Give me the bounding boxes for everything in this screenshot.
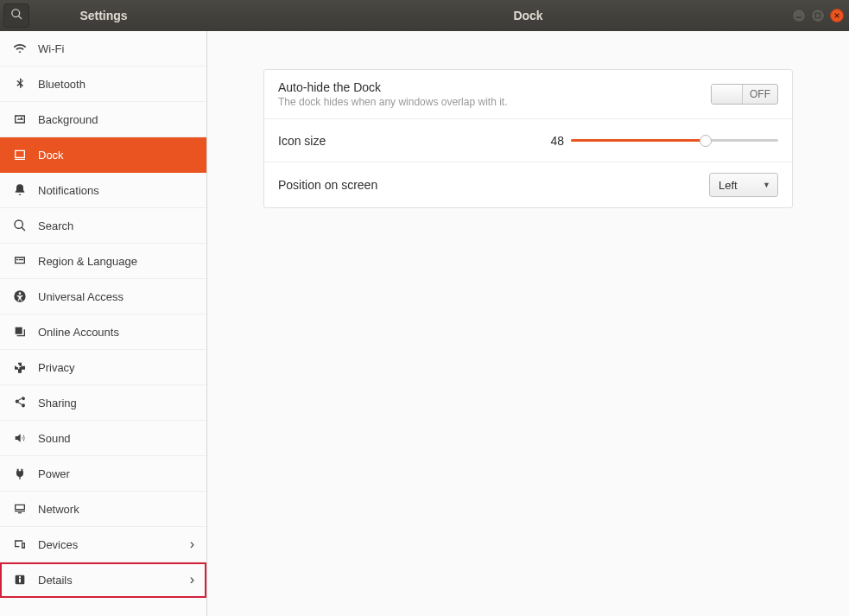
sidebar-item-label: Online Accounts — [38, 326, 119, 339]
sidebar-item-network[interactable]: Network — [0, 492, 206, 527]
sidebar-item-label: Sharing — [38, 397, 77, 410]
sidebar-item-wifi[interactable]: Wi-Fi — [0, 31, 206, 67]
sidebar-item-notifications[interactable]: Notifications — [0, 173, 206, 208]
dock-icon — [12, 147, 28, 162]
chevron-right-icon: › — [190, 537, 194, 552]
svg-rect-1 — [815, 13, 820, 18]
position-row: Position on screen Left ▼ — [264, 162, 792, 207]
sidebar-item-label: Privacy — [38, 361, 75, 374]
sharing-icon — [12, 395, 28, 410]
iconsize-row: Icon size 48 — [264, 119, 792, 162]
sidebar-item-label: Details — [38, 574, 73, 587]
sidebar-item-power[interactable]: Power — [0, 456, 206, 492]
online-accounts-icon — [12, 324, 28, 340]
sidebar-item-region[interactable]: Region & Language — [0, 244, 206, 279]
sidebar-item-label: Region & Language — [38, 255, 137, 268]
sidebar-item-label: Power — [38, 467, 70, 480]
sidebar-item-label: Bluetooth — [38, 78, 86, 91]
search-icon — [10, 8, 23, 23]
dropdown-arrow-icon: ▼ — [763, 181, 770, 189]
sidebar-item-bluetooth[interactable]: Bluetooth — [0, 67, 206, 102]
background-icon — [12, 111, 28, 127]
settings-card: Auto-hide the Dock The dock hides when a… — [263, 69, 793, 208]
autohide-subtitle: The dock hides when any windows overlap … — [278, 96, 711, 108]
iconsize-slider[interactable] — [571, 134, 778, 148]
sidebar-item-label: Network — [38, 503, 79, 516]
titlebar: Settings Dock — [0, 0, 849, 31]
sidebar-item-online-accounts[interactable]: Online Accounts — [0, 314, 206, 350]
sound-icon — [12, 430, 28, 446]
iconsize-label: Icon size — [278, 134, 550, 148]
privacy-icon — [12, 359, 28, 375]
position-value: Left — [719, 179, 738, 192]
sidebar-item-label: Notifications — [38, 184, 99, 197]
search-button[interactable] — [3, 3, 29, 28]
window-minimize-button[interactable] — [792, 9, 806, 22]
iconsize-value: 48 — [550, 134, 564, 148]
region-icon — [12, 253, 28, 269]
sidebar-item-background[interactable]: Background — [0, 102, 206, 137]
devices-icon — [12, 537, 28, 552]
sidebar-item-label: Sound — [38, 432, 71, 445]
sidebar-item-universal-access[interactable]: Universal Access — [0, 279, 206, 314]
chevron-right-icon: › — [190, 572, 194, 587]
sidebar-item-label: Devices — [38, 538, 78, 551]
autohide-title: Auto-hide the Dock — [278, 80, 711, 94]
main-panel: Auto-hide the Dock The dock hides when a… — [207, 31, 849, 616]
svg-rect-0 — [796, 17, 801, 18]
sidebar-item-label: Background — [38, 113, 98, 126]
window-close-button[interactable] — [830, 9, 844, 22]
sidebar-item-search[interactable]: Search — [0, 208, 206, 244]
sidebar-item-sound[interactable]: Sound — [0, 421, 206, 456]
sidebar-item-devices[interactable]: Devices › — [0, 527, 206, 562]
sidebar-item-label: Search — [38, 219, 73, 232]
power-icon — [12, 466, 28, 481]
sidebar-item-label: Wi-Fi — [38, 42, 64, 55]
position-label: Position on screen — [278, 178, 709, 192]
sidebar-title: Settings — [0, 9, 207, 22]
sidebar-item-details[interactable]: Details › — [0, 562, 206, 598]
svg-rect-6 — [19, 576, 21, 578]
details-icon — [12, 572, 28, 587]
svg-point-3 — [19, 292, 22, 295]
sidebar-item-label: Universal Access — [38, 290, 124, 303]
window-maximize-button[interactable] — [811, 9, 825, 22]
sidebar-item-sharing[interactable]: Sharing — [0, 385, 206, 421]
autohide-row: Auto-hide the Dock The dock hides when a… — [264, 70, 792, 119]
svg-rect-5 — [19, 579, 21, 583]
sidebar: Wi-Fi Bluetooth Background Dock Notifica… — [0, 31, 207, 616]
window-title: Dock — [207, 9, 849, 22]
sidebar-item-dock[interactable]: Dock — [0, 137, 206, 173]
autohide-state: OFF — [743, 88, 777, 100]
autohide-toggle[interactable]: OFF — [711, 84, 778, 105]
accessibility-icon — [12, 289, 28, 304]
magnify-icon — [12, 218, 28, 233]
network-icon — [12, 501, 28, 517]
sidebar-item-label: Dock — [38, 149, 64, 162]
bluetooth-icon — [12, 76, 28, 92]
position-dropdown[interactable]: Left ▼ — [709, 173, 778, 197]
sidebar-item-privacy[interactable]: Privacy — [0, 350, 206, 385]
bell-icon — [12, 182, 28, 198]
wifi-icon — [12, 41, 28, 56]
